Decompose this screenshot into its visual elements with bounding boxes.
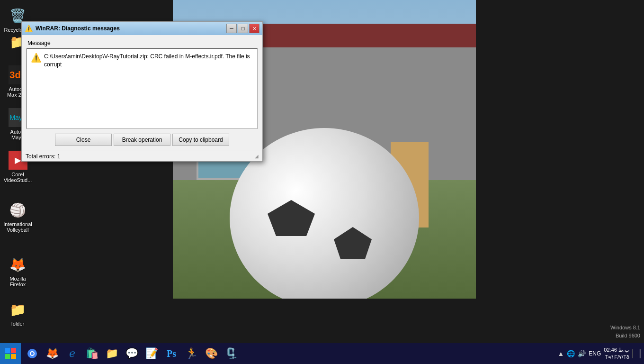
- dialog-title-text: WinRAR: Diagnostic messages: [36, 25, 226, 32]
- clock-date: T•/۱F/۷/Tδ: [604, 354, 629, 361]
- taskbar-tray: ▲ 🌐 🔊 ENG 02:46 ب.ظ T•/۱F/۷/Tδ ▕: [554, 346, 644, 361]
- copy-clipboard-button[interactable]: Copy to clipboard: [172, 134, 229, 146]
- status-label: Total errors:: [26, 153, 57, 160]
- dialog-title-warning-icon: ⚠️: [25, 25, 33, 32]
- message-area: ⚠️ C:\Users\amin\Desktop\V-RayTutorial.z…: [27, 48, 258, 129]
- dialog-container: ⚠️ WinRAR: Diagnostic messages ─ □ ✕ Mes…: [21, 21, 263, 162]
- minimize-button[interactable]: ─: [226, 24, 237, 33]
- svg-point-2: [31, 352, 34, 355]
- windows-logo-icon: [5, 348, 16, 359]
- volleyball-icon: 🏐: [9, 200, 27, 219]
- taskbar-store-icon[interactable]: 🛍️: [82, 344, 101, 363]
- taskbar-skype-icon[interactable]: 💬: [122, 344, 141, 363]
- taskbar-ie-icon[interactable]: ℯ: [63, 344, 81, 363]
- taskbar-chrome-icon[interactable]: [23, 344, 42, 363]
- windows-version-line2: Build 9600: [610, 332, 640, 340]
- close-button[interactable]: Close: [55, 134, 112, 146]
- dialog-titlebar[interactable]: ⚠️ WinRAR: Diagnostic messages ─ □ ✕: [22, 22, 262, 35]
- tray-language-icon[interactable]: ENG: [589, 350, 601, 357]
- resize-grip-icon: ◢: [255, 154, 259, 159]
- icon-firefox[interactable]: 🦊 MozillaFirefox: [0, 251, 36, 291]
- firefox-icon: 🦊: [9, 255, 27, 274]
- break-operation-button[interactable]: Break operation: [114, 134, 170, 146]
- folder2-label: folder: [11, 321, 25, 327]
- icon-folder2[interactable]: 📁 folder: [0, 296, 36, 330]
- dialog-body: Message ⚠️ C:\Users\amin\Desktop\V-RayTu…: [22, 35, 262, 151]
- winrar-dialog: ⚠️ WinRAR: Diagnostic messages ─ □ ✕ Mes…: [21, 21, 263, 162]
- taskbar-clock[interactable]: 02:46 ب.ظ T•/۱F/۷/Tδ: [604, 346, 629, 361]
- volleyball-label: InternationalVolleyball: [3, 221, 32, 233]
- windows-version-info: Windows 8.1 Build 9600: [610, 324, 640, 340]
- taskbar: 🦊 ℯ 🛍️ 📁 💬 📝 Ps 🏃 🎨 🗜️ ▲ 🌐 🔊 ENG: [0, 343, 644, 364]
- taskbar-app1-icon[interactable]: 🏃: [182, 344, 201, 363]
- dialog-window-controls: ─ □ ✕: [226, 24, 259, 33]
- icon-volleyball[interactable]: 🏐 InternationalVolleyball: [0, 197, 36, 237]
- show-desktop-button[interactable]: ▕: [632, 349, 640, 358]
- restore-button[interactable]: □: [238, 24, 248, 33]
- clock-time: 02:46 ب.ظ: [604, 346, 629, 354]
- taskbar-explorer-icon[interactable]: 📁: [102, 344, 121, 363]
- tray-volume-icon[interactable]: 🔊: [578, 350, 586, 357]
- start-button[interactable]: [0, 343, 21, 364]
- dialog-buttons-row: Close Break operation Copy to clipboard: [27, 134, 258, 146]
- windows-version-line1: Windows 8.1: [610, 324, 640, 332]
- message-text: C:\Users\amin\Desktop\V-RayTutorial.zip:…: [44, 53, 253, 69]
- status-text: Total errors: 1: [26, 153, 60, 160]
- taskbar-notepad-icon[interactable]: 📝: [142, 344, 161, 363]
- status-count: 1: [57, 153, 61, 160]
- corel-video-label: CorelVideoStud...: [4, 172, 32, 183]
- tray-network-icon[interactable]: 🌐: [567, 350, 575, 357]
- message-warning-icon: ⚠️: [31, 53, 41, 63]
- taskbar-winrar-icon[interactable]: 🗜️: [222, 344, 241, 363]
- firefox-label: MozillaFirefox: [9, 276, 26, 287]
- taskbar-icons-area: 🦊 ℯ 🛍️ 📁 💬 📝 Ps 🏃 🎨 🗜️: [21, 344, 554, 363]
- folder2-icon: 📁: [9, 300, 27, 319]
- taskbar-photoshop-icon[interactable]: Ps: [162, 344, 181, 363]
- taskbar-app2-icon[interactable]: 🎨: [202, 344, 221, 363]
- taskbar-firefox-icon[interactable]: 🦊: [43, 344, 62, 363]
- tray-arrow-icon[interactable]: ▲: [557, 350, 564, 357]
- close-window-button[interactable]: ✕: [249, 24, 259, 33]
- message-row: ⚠️ C:\Users\amin\Desktop\V-RayTutorial.z…: [31, 53, 253, 69]
- message-header-label: Message: [27, 40, 258, 46]
- dialog-statusbar: Total errors: 1 ◢: [22, 151, 262, 161]
- desktop: 🗑️ Recycle Bin 📁 3ds Autod...Max 20... M…: [0, 0, 644, 364]
